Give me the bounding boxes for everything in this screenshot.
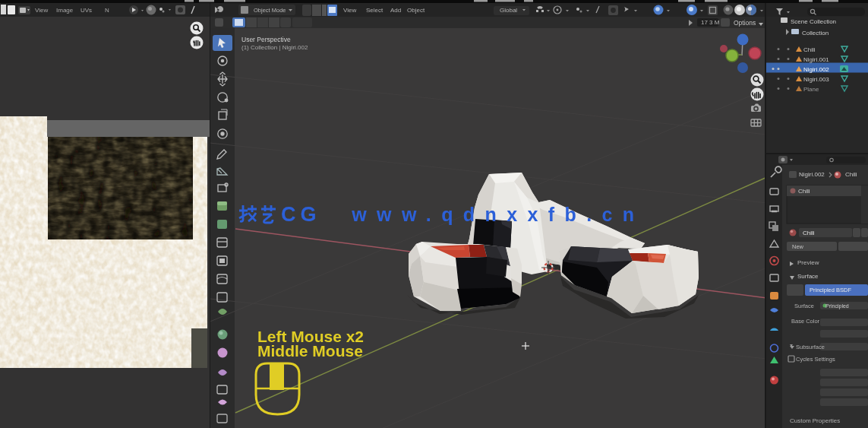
svg-text:Nigiri.001: Nigiri.001 [803, 56, 829, 63]
svg-text:Nigiri.002: Nigiri.002 [803, 66, 829, 73]
svg-text:Scene Collection: Scene Collection [791, 18, 836, 25]
svg-text:Plane: Plane [803, 86, 819, 93]
svg-text:Nigiri.003: Nigiri.003 [803, 76, 829, 83]
svg-text:Collection: Collection [802, 30, 829, 36]
svg-text:Chili: Chili [803, 46, 816, 53]
